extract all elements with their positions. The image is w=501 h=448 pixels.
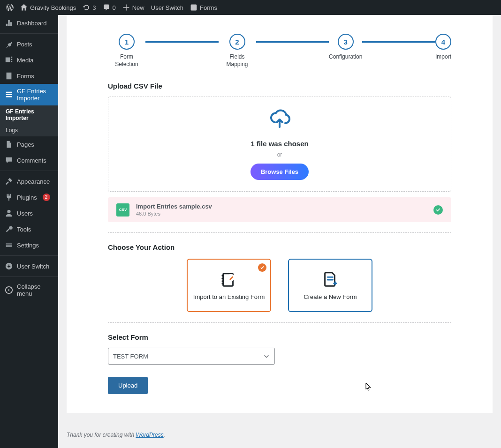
- selected-badge-icon: [258, 263, 266, 272]
- pin-icon: [5, 40, 13, 48]
- form-select-value: TEST FORM: [113, 353, 148, 360]
- action-new-form[interactable]: Create a New Form: [288, 259, 372, 312]
- action-title: Choose Your Action: [108, 243, 451, 251]
- step-2-number: 2: [229, 34, 245, 50]
- sidebar-item-user-switch[interactable]: User Switch: [0, 258, 58, 274]
- step-line-3: [362, 41, 435, 43]
- dropzone-status: 1 file was chosen: [120, 140, 440, 148]
- step-4-label: Import: [435, 53, 451, 61]
- browse-button[interactable]: Browse Files: [250, 164, 309, 180]
- update-icon: [83, 4, 90, 11]
- footer-wordpress-link[interactable]: WordPress: [136, 432, 163, 438]
- form-select[interactable]: TEST FORM: [108, 348, 275, 365]
- csv-icon: CSV: [116, 203, 129, 217]
- step-2[interactable]: 2 Fields Mapping: [219, 34, 256, 68]
- new-content[interactable]: New: [119, 0, 148, 15]
- select-form-title: Select Form: [108, 333, 451, 341]
- switch-icon: [5, 262, 13, 270]
- form-icon: [190, 4, 197, 11]
- sidebar-item-pages[interactable]: Pages: [0, 136, 58, 152]
- file-size: 46.0 Bytes: [136, 211, 212, 217]
- sidebar-item-dashboard[interactable]: Dashboard: [0, 15, 58, 31]
- user-switch-top[interactable]: User Switch: [148, 0, 187, 15]
- import-icon: [5, 90, 13, 99]
- plugins-icon: [5, 193, 13, 202]
- sidebar-item-appearance[interactable]: Appearance: [0, 173, 58, 189]
- footer: Thank you for creating with WordPress.: [67, 432, 493, 438]
- step-1-label: Form Selection: [108, 53, 145, 68]
- divider-2: [108, 322, 451, 323]
- appearance-icon: [5, 177, 13, 186]
- new-label: New: [132, 4, 144, 11]
- forms-top[interactable]: Forms: [187, 0, 220, 15]
- comments-count: 0: [113, 4, 116, 11]
- upload-button[interactable]: Upload: [108, 377, 148, 394]
- updates[interactable]: 3: [79, 0, 99, 15]
- sidebar-item-settings[interactable]: Settings: [0, 237, 58, 253]
- plus-icon: [122, 4, 130, 11]
- submenu-item-logs[interactable]: Logs: [0, 124, 58, 136]
- step-2-label: Fields Mapping: [219, 53, 256, 68]
- cloud-upload-icon: [120, 108, 440, 132]
- plugins-badge: 2: [43, 194, 50, 201]
- sidebar-item-posts[interactable]: Posts: [0, 36, 58, 52]
- existing-form-icon: [220, 271, 238, 289]
- stepper: 1 Form Selection 2 Fields Mapping 3 Conf…: [108, 34, 451, 68]
- sidebar-item-plugins[interactable]: Plugins 2: [0, 189, 58, 205]
- step-3-number: 3: [338, 34, 354, 50]
- site-name-text: Gravity Bookings: [30, 4, 76, 11]
- collapse-menu[interactable]: Collapse menu: [0, 279, 58, 301]
- comment-icon: [103, 4, 110, 11]
- dropzone[interactable]: 1 file was chosen or Browse Files: [108, 97, 451, 192]
- forms-icon: [5, 72, 13, 80]
- step-4-number: 4: [435, 34, 451, 50]
- sidebar-item-tools[interactable]: Tools: [0, 221, 58, 237]
- action-existing-form[interactable]: Import to an Existing Form: [187, 259, 271, 312]
- step-3[interactable]: 3 Configuration: [329, 34, 362, 61]
- step-1-number: 1: [119, 34, 135, 50]
- admin-sidebar: Dashboard Posts Media Forms GF Entries I…: [0, 15, 58, 448]
- file-success-icon: [433, 205, 443, 215]
- step-3-label: Configuration: [329, 53, 362, 61]
- upload-title: Upload CSV File: [108, 82, 451, 90]
- home-icon: [20, 4, 28, 11]
- new-form-icon: [321, 271, 339, 289]
- step-4[interactable]: 4 Import: [435, 34, 451, 61]
- sidebar-item-comments[interactable]: Comments: [0, 152, 58, 168]
- file-name: Import Entries sample.csv: [136, 203, 212, 210]
- main-content: 1 Form Selection 2 Fields Mapping 3 Conf…: [58, 15, 501, 448]
- settings-icon: [5, 241, 13, 249]
- sidebar-item-users[interactable]: Users: [0, 205, 58, 221]
- users-icon: [5, 209, 13, 217]
- tools-icon: [5, 225, 13, 233]
- sidebar-item-forms[interactable]: Forms: [0, 68, 58, 84]
- media-icon: [5, 56, 13, 64]
- action-new-label: Create a New Form: [304, 293, 357, 300]
- step-line-2: [256, 41, 329, 43]
- action-cards: Import to an Existing Form Create a New …: [108, 259, 451, 312]
- pages-icon: [5, 140, 13, 149]
- divider-1: [108, 232, 451, 233]
- dropzone-or: or: [120, 151, 440, 158]
- site-name[interactable]: Gravity Bookings: [17, 0, 79, 15]
- submenu-gf-importer: GF Entries Importer Logs: [0, 105, 58, 136]
- submenu-item-importer[interactable]: GF Entries Importer: [0, 105, 58, 124]
- action-existing-label: Import to an Existing Form: [193, 293, 265, 300]
- mouse-cursor: [365, 382, 372, 393]
- uploaded-file: CSV Import Entries sample.csv 46.0 Bytes: [108, 197, 451, 222]
- dashboard-icon: [5, 19, 13, 27]
- wp-logo[interactable]: [3, 0, 17, 15]
- sidebar-item-media[interactable]: Media: [0, 52, 58, 68]
- importer-card: 1 Form Selection 2 Fields Mapping 3 Conf…: [67, 15, 493, 413]
- updates-count: 3: [92, 4, 96, 11]
- sidebar-item-gf-importer[interactable]: GF Entries Importer: [0, 84, 58, 105]
- step-line-1: [145, 41, 219, 43]
- comments-link[interactable]: 0: [99, 0, 119, 15]
- step-1[interactable]: 1 Form Selection: [108, 34, 145, 68]
- admin-bar: Gravity Bookings 3 0 New User Switch For…: [0, 0, 501, 15]
- comments-icon: [5, 156, 13, 164]
- collapse-icon: [5, 286, 13, 294]
- chevron-down-icon: [263, 353, 270, 359]
